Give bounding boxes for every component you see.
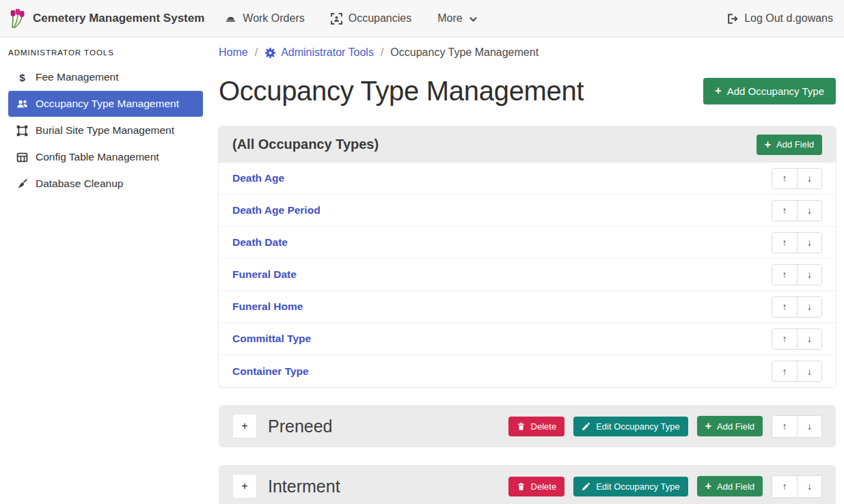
- delete-button[interactable]: Delete: [508, 417, 565, 436]
- app-brand[interactable]: Cemetery Management System: [8, 8, 204, 29]
- move-down-button[interactable]: ↓: [797, 297, 821, 317]
- reorder-buttons: ↑ ↓: [772, 264, 822, 285]
- field-link-container-type[interactable]: Container Type: [232, 365, 309, 378]
- plus-icon: +: [715, 85, 721, 96]
- sidebar-item-database-cleanup[interactable]: Database Cleanup: [8, 171, 203, 197]
- move-down-button[interactable]: ↓: [797, 169, 821, 188]
- sidebar-item-label: Occupancy Type Management: [36, 98, 179, 110]
- move-up-button[interactable]: ↑: [772, 416, 797, 437]
- delete-label: Delete: [531, 481, 557, 492]
- add-field-button[interactable]: + Add Field: [697, 476, 763, 496]
- reorder-buttons: ↑ ↓: [772, 415, 822, 438]
- navbar-item-label: More: [437, 12, 462, 25]
- breadcrumb: Home / Administrator Tools / Occupancy T…: [219, 44, 836, 61]
- sidebar: ADMINISTRATOR TOOLS Fee Management Occup…: [0, 38, 205, 504]
- sidebar-item-label: Database Cleanup: [36, 178, 123, 190]
- breadcrumb-item-administrator-tools[interactable]: Administrator Tools: [264, 46, 374, 59]
- field-link-committal-type[interactable]: Committal Type: [232, 333, 311, 345]
- edit-occupancy-type-button[interactable]: Edit Occupancy Type: [573, 417, 688, 436]
- gear-icon: [264, 47, 276, 59]
- move-up-button[interactable]: ↑: [772, 265, 797, 285]
- sidebar-heading: ADMINISTRATOR TOOLS: [0, 40, 205, 64]
- move-down-button[interactable]: ↓: [797, 329, 821, 349]
- field-row: Container Type ↑ ↓: [219, 355, 836, 387]
- reorder-buttons: ↑ ↓: [772, 200, 822, 221]
- edit-occupancy-type-button[interactable]: Edit Occupancy Type: [573, 477, 688, 496]
- breadcrumb-item-occupancy-type-management: Occupancy Type Management: [390, 46, 539, 59]
- move-down-button[interactable]: ↓: [797, 233, 821, 253]
- occupancy-frame-icon: [331, 13, 342, 25]
- navbar-item-more[interactable]: More: [437, 12, 477, 25]
- move-down-button[interactable]: ↓: [797, 201, 821, 221]
- move-down-button[interactable]: ↓: [797, 265, 821, 285]
- breadcrumb-separator: /: [381, 46, 383, 59]
- move-up-button[interactable]: ↑: [772, 361, 797, 381]
- move-up-button[interactable]: ↑: [772, 297, 797, 317]
- delete-button[interactable]: Delete: [508, 477, 565, 496]
- sidebar-item-label: Burial Site Type Management: [36, 124, 174, 137]
- field-row: Death Date ↑ ↓: [219, 227, 836, 259]
- add-occupancy-type-button[interactable]: + Add Occupancy Type: [703, 78, 836, 104]
- page-title: Occupancy Type Management: [219, 76, 584, 107]
- occupancy-type-section-interment: + Interment Delete Edit Occupancy Type +…: [219, 465, 836, 504]
- navbar-item-label: Work Orders: [243, 12, 304, 25]
- trash-icon: [517, 422, 526, 431]
- add-field-button[interactable]: + Add Field: [697, 416, 763, 436]
- pencil-icon: [582, 422, 590, 431]
- breadcrumb-separator: /: [255, 46, 258, 59]
- section-actions: Delete Edit Occupancy Type + Add Field ↑…: [508, 475, 822, 498]
- logout-icon: [726, 13, 738, 25]
- sidebar-item-label: Fee Management: [36, 71, 119, 83]
- sidebar-item-fee-management[interactable]: Fee Management: [8, 64, 203, 90]
- field-row: Funeral Date ↑ ↓: [219, 259, 836, 291]
- field-link-death-date[interactable]: Death Date: [232, 236, 288, 249]
- navbar-item-label: Occupancies: [349, 12, 412, 25]
- pencil-icon: [582, 482, 590, 491]
- logout-button[interactable]: Log Out d.gowans: [726, 12, 833, 25]
- sidebar-nav: Fee Management Occupancy Type Management…: [0, 64, 205, 197]
- move-up-button[interactable]: ↑: [772, 201, 797, 221]
- section-title: Interment: [268, 477, 340, 496]
- plus-icon: +: [765, 139, 771, 150]
- field-link-death-age[interactable]: Death Age: [232, 172, 284, 184]
- move-down-button[interactable]: ↓: [797, 476, 821, 497]
- move-up-button[interactable]: ↑: [772, 169, 797, 188]
- move-down-button[interactable]: ↓: [797, 416, 821, 437]
- move-up-button[interactable]: ↑: [772, 329, 797, 349]
- navbar-item-occupancies[interactable]: Occupancies: [331, 12, 412, 25]
- add-field-button[interactable]: + Add Field: [757, 135, 822, 155]
- reorder-buttons: ↑ ↓: [772, 296, 822, 318]
- move-up-button[interactable]: ↑: [772, 476, 797, 497]
- sidebar-item-label: Config Table Management: [36, 151, 159, 163]
- move-down-button[interactable]: ↓: [797, 361, 821, 381]
- add-occupancy-type-label: Add Occupancy Type: [727, 85, 824, 97]
- breadcrumb-item-home[interactable]: Home: [219, 46, 248, 59]
- edit-label: Edit Occupancy Type: [596, 421, 680, 432]
- table-icon: [16, 152, 28, 163]
- navbar-item-work-orders[interactable]: Work Orders: [225, 12, 304, 25]
- expand-section-button[interactable]: +: [232, 414, 257, 438]
- field-link-funeral-date[interactable]: Funeral Date: [232, 268, 297, 281]
- tulip-logo-icon: [8, 8, 26, 29]
- delete-label: Delete: [531, 421, 557, 432]
- chevron-down-icon: [469, 15, 478, 24]
- sidebar-item-occupancy-type-management[interactable]: Occupancy Type Management: [8, 91, 203, 117]
- field-row: Death Age ↑ ↓: [219, 163, 836, 195]
- plus-icon: +: [705, 481, 711, 492]
- field-link-funeral-home[interactable]: Funeral Home: [232, 300, 303, 313]
- field-row: Funeral Home ↑ ↓: [219, 291, 836, 323]
- dollar-icon: [16, 72, 28, 83]
- vector-square-icon: [16, 125, 28, 137]
- move-up-button[interactable]: ↑: [772, 233, 797, 253]
- navbar-menu: Work Orders Occupancies More: [225, 12, 477, 25]
- expand-section-button[interactable]: +: [232, 474, 257, 499]
- add-field-label: Add Field: [717, 481, 754, 492]
- all-types-card-header: (All Occupancy Types) + Add Field: [219, 126, 836, 163]
- field-link-death-age-period[interactable]: Death Age Period: [232, 204, 321, 216]
- top-navbar: Cemetery Management System Work Orders O…: [0, 0, 844, 38]
- all-occupancy-types-card: (All Occupancy Types) + Add Field Death …: [219, 126, 836, 387]
- breadcrumb-item-label: Occupancy Type Management: [390, 46, 539, 59]
- occupancy-type-section-preneed: + Preneed Delete Edit Occupancy Type + A…: [219, 405, 836, 447]
- sidebar-item-config-table-management[interactable]: Config Table Management: [8, 144, 203, 170]
- sidebar-item-burial-site-type-management[interactable]: Burial Site Type Management: [8, 117, 203, 143]
